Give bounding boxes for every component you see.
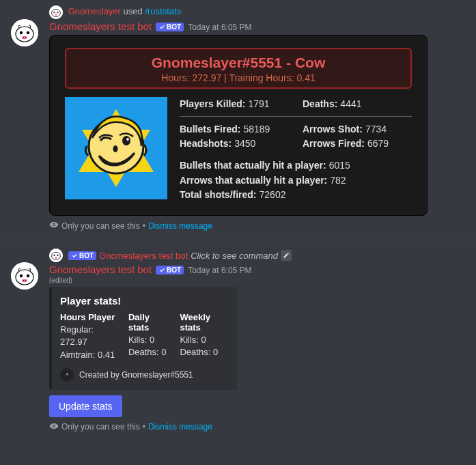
- bullets-fired-value: 58189: [243, 124, 270, 135]
- field-title: Weekly stats: [180, 312, 227, 333]
- message-content: Gnomeslayer used /ruststats Gnomeslayers…: [49, 5, 465, 231]
- used-label: used: [124, 6, 143, 16]
- arrows-hit-value: 782: [330, 175, 346, 186]
- svg-point-29: [57, 255, 58, 256]
- svg-point-27: [52, 253, 61, 260]
- field-daily: Daily stats Kills: 0 Deaths: 0: [128, 312, 168, 361]
- message-1: Gnomeslayer used /ruststats Gnomeslayers…: [0, 0, 476, 234]
- headshots-label: Headshots:: [180, 138, 232, 149]
- bullets-hit-label: Bullets that actually hit a player:: [180, 160, 326, 171]
- slash-command[interactable]: /ruststats: [145, 6, 181, 16]
- svg-point-24: [23, 280, 25, 281]
- stats-divider: [180, 116, 412, 117]
- field-title: Hours Player: [60, 312, 116, 322]
- svg-point-28: [53, 255, 55, 256]
- message-header: Gnomeslayers test bot BOT Today at 6:05 …: [49, 20, 465, 32]
- players-killed-value: 1791: [249, 98, 270, 109]
- svg-point-9: [53, 12, 55, 13]
- svg-point-21: [20, 274, 23, 277]
- weekly-deaths: Deaths: 0: [180, 346, 227, 358]
- svg-point-1: [16, 27, 33, 42]
- stats-text: Players Killed:1791 Deaths:4441 Bullets …: [180, 97, 412, 203]
- svg-point-16: [122, 136, 130, 145]
- command-reference[interactable]: Gnomeslayer used /ruststats: [49, 5, 465, 19]
- total-shots-value: 72602: [260, 189, 286, 200]
- update-stats-button[interactable]: Update stats: [49, 395, 122, 417]
- pencil-icon[interactable]: [281, 250, 292, 261]
- bot-tag: BOT: [156, 266, 184, 274]
- field-title: Daily stats: [128, 312, 168, 333]
- svg-point-18: [113, 145, 118, 152]
- hours-aimtrain: Aimtrain: 0.41: [60, 349, 116, 361]
- title-panel: Gnomeslayer#5551 - Cow Hours: 272.97 | T…: [65, 48, 412, 89]
- ephemeral-notice: Only you can see this • Dismiss message: [49, 220, 465, 231]
- svg-point-4: [22, 36, 27, 40]
- edited-indicator: (edited): [49, 277, 465, 284]
- embed-subtitle: Hours: 272.97 | Training Hours: 0.41: [66, 72, 410, 83]
- stats-text-embed: Player stats! Hours Player Regular: 272.…: [49, 287, 237, 390]
- bullets-hit-value: 6015: [329, 160, 350, 171]
- eye-icon: [49, 421, 59, 433]
- message-content: BOT Gnomeslayers test bot Click to see c…: [49, 249, 465, 433]
- ephemeral-notice: Only you can see this • Dismiss message: [49, 421, 465, 433]
- bot-username[interactable]: Gnomeslayers test bot: [49, 264, 152, 275]
- user-mini-avatar: [49, 5, 63, 19]
- svg-point-25: [25, 280, 27, 281]
- bot-mini-avatar: [49, 249, 63, 262]
- svg-point-23: [22, 279, 27, 283]
- timestamp: Today at 6:05 PM: [188, 23, 251, 32]
- embed-title: Player stats!: [60, 295, 227, 307]
- ephemeral-text: Only you can see this: [61, 422, 140, 432]
- ephemeral-text: Only you can see this: [61, 221, 140, 231]
- svg-point-20: [16, 270, 33, 285]
- svg-point-2: [20, 31, 23, 34]
- svg-point-8: [52, 10, 61, 17]
- svg-point-10: [57, 12, 58, 13]
- weekly-kills: Kills: 0: [180, 334, 227, 346]
- embed-fields: Hours Player Regular: 272.97 Aimtrain: 0…: [60, 312, 227, 361]
- avatar-column: [11, 5, 49, 231]
- svg-point-17: [126, 138, 129, 141]
- arrows-fired-label: Arrows Fired:: [303, 138, 365, 149]
- svg-point-6: [25, 37, 27, 38]
- timestamp: Today at 6:05 PM: [188, 266, 251, 275]
- vault-boy-image: [65, 97, 167, 199]
- command-user[interactable]: Gnomeslayer: [68, 6, 121, 16]
- daily-deaths: Deaths: 0: [128, 346, 168, 358]
- command-reference[interactable]: BOT Gnomeslayers test bot Click to see c…: [49, 249, 465, 262]
- dot-separator: •: [143, 221, 145, 231]
- dot-separator: •: [143, 422, 145, 432]
- message-header: Gnomeslayers test bot BOT Today at 6:05 …: [49, 264, 465, 275]
- svg-point-5: [23, 37, 25, 38]
- deaths-value: 4441: [340, 98, 361, 109]
- arrows-fired-value: 6679: [367, 138, 389, 149]
- embed-title: Gnomeslayer#5551 - Cow: [66, 55, 410, 71]
- bot-username[interactable]: Gnomeslayers test bot: [49, 20, 152, 32]
- field-hours: Hours Player Regular: 272.97 Aimtrain: 0…: [60, 312, 116, 361]
- ref-bot-name[interactable]: Gnomeslayers test bot: [99, 251, 188, 261]
- field-weekly: Weekly stats Kills: 0 Deaths: 0: [180, 312, 227, 361]
- dismiss-link[interactable]: Dismiss message: [148, 221, 212, 231]
- bot-avatar[interactable]: [11, 19, 38, 46]
- bot-avatar[interactable]: [11, 262, 38, 290]
- daily-kills: Kills: 0: [128, 334, 168, 346]
- players-killed-label: Players Killed:: [180, 98, 246, 109]
- arrows-hit-label: Arrows that actually hit a player:: [180, 175, 327, 186]
- stats-image-embed[interactable]: Gnomeslayer#5551 - Cow Hours: 272.97 | T…: [49, 35, 428, 216]
- click-to-see[interactable]: Click to see command: [191, 251, 278, 261]
- bullets-fired-label: Bullets Fired:: [180, 124, 240, 135]
- dismiss-link[interactable]: Dismiss message: [148, 422, 212, 432]
- svg-point-11: [55, 14, 57, 15]
- total-shots-label: Total shots/fired:: [180, 189, 257, 200]
- footer-text: Created by Gnomeslayer#5551: [79, 370, 193, 380]
- arrows-shot-value: 7734: [365, 124, 387, 135]
- eye-icon: [49, 220, 59, 231]
- footer-avatar-icon: ✦: [60, 368, 74, 382]
- svg-point-22: [27, 274, 29, 277]
- avatar-column: [11, 249, 49, 433]
- embed-footer: ✦ Created by Gnomeslayer#5551: [60, 368, 227, 382]
- arrows-shot-label: Arrows Shot:: [303, 124, 363, 135]
- deaths-label: Deaths:: [303, 98, 337, 109]
- svg-point-3: [27, 31, 29, 34]
- ref-bot-tag: BOT: [68, 251, 96, 260]
